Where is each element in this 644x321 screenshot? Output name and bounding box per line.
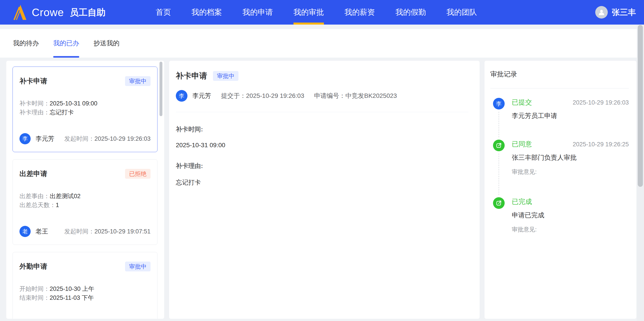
- field-value: 忘记打卡: [50, 109, 74, 116]
- list-scrollbar[interactable]: [160, 62, 162, 116]
- tab-bar: 我的待办 我的已办 抄送我的: [0, 29, 637, 58]
- person-icon: [598, 8, 605, 16]
- field-value: 1: [56, 202, 59, 208]
- approval-record-panel: 审批记录 李 已提交 2025-10-29 19:26:03 李元芳员工申请: [484, 61, 636, 319]
- card-fields: 补卡时间：2025-10-31 09:00 补卡理由：忘记打卡: [20, 99, 150, 117]
- field-value: 出差测试02: [50, 193, 80, 199]
- applicant-name: 李元芳: [192, 92, 211, 100]
- page-scrollbar[interactable]: [637, 24, 644, 321]
- approval-timeline: 李 已提交 2025-10-29 19:26:03 李元芳员工申请 已同: [490, 98, 629, 233]
- step-description: 申请已完成: [512, 211, 629, 220]
- detail-panel: 补卡申请 审批中 李 李元芳 提交于：2025-10-29 19:26:03 申…: [169, 61, 480, 319]
- timeline-connector: [498, 112, 499, 137]
- step-time: 2025-10-29 19:26:03: [573, 99, 629, 106]
- timeline-step-completed: 已完成 申请已完成 审批意见:: [490, 197, 629, 233]
- tab-my-todo[interactable]: 我的待办: [13, 29, 39, 58]
- start-time-value: 2025-10-29 19:07:51: [94, 228, 150, 235]
- timeline-step-submitted: 李 已提交 2025-10-29 19:26:03 李元芳员工申请: [490, 98, 629, 140]
- list-item-card-replacement[interactable]: 补卡申请 审批中 补卡时间：2025-10-31 09:00 补卡理由：忘记打卡…: [12, 67, 158, 152]
- active-tab-underline: [53, 56, 79, 58]
- active-nav-underline: [294, 22, 324, 24]
- submitted-time: 2025-10-29 19:26:03: [246, 92, 304, 99]
- list-item-business-trip[interactable]: 出差申请 已拒绝 出差事由：出差测试02 出差总天数：1 老 老王 发起时间：2…: [12, 159, 158, 245]
- start-time-value: 2025-10-29 19:26:03: [94, 135, 150, 142]
- main-content: 补卡申请 审批中 补卡时间：2025-10-31 09:00 补卡理由：忘记打卡…: [6, 61, 636, 319]
- card-title: 出差申请: [20, 169, 47, 178]
- card-footer: 李 李元芳 发起时间：2025-10-29 19:26:03: [20, 133, 150, 144]
- brand-product: 员工自助: [70, 6, 106, 18]
- user-name: 张三丰: [612, 7, 636, 18]
- nav-item-home[interactable]: 首页: [156, 0, 171, 24]
- field-value: 2025-10-31 09:00: [176, 142, 468, 149]
- card-fields: 出差事由：出差测试02 出差总天数：1: [20, 192, 150, 209]
- brand: Crowe 员工自助: [12, 4, 156, 20]
- field-value: 2025-10-30 上午: [50, 286, 94, 292]
- field-value: 2025-11-03 下午: [50, 295, 94, 301]
- nav-item-my-applications[interactable]: 我的申请: [242, 0, 273, 24]
- field-label: 补卡时间:: [176, 125, 468, 134]
- card-footer: 老 老王 发起时间：2025-10-29 19:07:51: [20, 226, 150, 237]
- timeline-step-approved: 已同意 2025-10-29 19:26:25 张三丰部门负责人审批 审批意见:: [490, 140, 629, 197]
- avatar: 李: [20, 133, 31, 144]
- nav-item-my-attendance[interactable]: 我的假勤: [396, 0, 426, 24]
- card-title: 外勤申请: [20, 262, 47, 271]
- serial-number: 中竞发BK2025023: [346, 92, 397, 99]
- step-description: 张三丰部门负责人审批: [512, 153, 629, 162]
- step-comment-label: 审批意见:: [512, 226, 629, 233]
- avatar: 李: [493, 98, 505, 110]
- tab-cc-to-me[interactable]: 抄送我的: [94, 29, 120, 58]
- divider: [176, 112, 468, 112]
- nav-item-my-salary[interactable]: 我的薪资: [344, 0, 375, 24]
- step-status: 已提交: [512, 98, 532, 107]
- field-value: 忘记打卡: [176, 178, 468, 187]
- tab-my-done[interactable]: 我的已办: [53, 29, 79, 58]
- start-time-label: 发起时间：: [64, 135, 94, 142]
- nav-item-my-team[interactable]: 我的团队: [446, 0, 477, 24]
- record-title: 审批记录: [490, 70, 629, 79]
- field-label: 补卡时间：: [20, 100, 50, 107]
- detail-field-time: 补卡时间: 2025-10-31 09:00: [176, 125, 468, 149]
- status-badge: 审批中: [125, 262, 150, 271]
- forward-arrow-icon: [493, 197, 505, 209]
- field-label: 补卡理由：: [20, 109, 50, 116]
- status-badge: 已拒绝: [125, 169, 150, 179]
- step-status: 已完成: [512, 197, 532, 206]
- main-nav: 首页 我的档案 我的申请 我的审批 我的薪资 我的假勤 我的团队: [156, 0, 477, 24]
- field-label: 出差事由：: [20, 193, 50, 199]
- field-label: 出差总天数：: [20, 202, 56, 208]
- step-comment-label: 审批意见:: [512, 168, 629, 176]
- user-avatar[interactable]: [595, 6, 608, 18]
- card-fields: 开始时间：2025-10-30 上午 结束时间：2025-11-03 下午: [20, 284, 150, 302]
- submitted-label: 提交于：: [221, 92, 246, 99]
- field-label: 开始时间：: [20, 286, 50, 292]
- list-item-field-work[interactable]: 外勤申请 审批中 开始时间：2025-10-30 上午 结束时间：2025-11…: [12, 252, 158, 319]
- start-time-label: 发起时间：: [64, 228, 94, 235]
- approval-list-panel: 补卡申请 审批中 补卡时间：2025-10-31 09:00 补卡理由：忘记打卡…: [6, 61, 164, 319]
- header-user[interactable]: 张三丰: [595, 6, 636, 18]
- nav-item-label: 我的审批: [294, 7, 324, 17]
- step-time: 2025-10-29 19:26:25: [573, 141, 629, 148]
- page-scrollbar-thumb[interactable]: [638, 25, 643, 187]
- card-title: 补卡申请: [20, 76, 47, 86]
- avatar: 李: [176, 90, 188, 102]
- detail-field-reason: 补卡理由: 忘记打卡: [176, 162, 468, 187]
- applicant-name: 李元芳: [36, 135, 54, 143]
- tab-label: 我的已办: [53, 39, 79, 48]
- forward-arrow-icon: [493, 140, 505, 151]
- serial-label: 申请编号：: [314, 92, 346, 99]
- field-value: 2025-10-31 09:00: [50, 100, 97, 107]
- detail-submitter-row: 李 李元芳 提交于：2025-10-29 19:26:03 申请编号：中竞发BK…: [176, 90, 468, 102]
- nav-item-my-files[interactable]: 我的档案: [192, 0, 222, 24]
- brand-name: Crowe: [32, 6, 64, 18]
- divider: [490, 88, 629, 88]
- field-label: 结束时间：: [20, 295, 50, 301]
- timeline-connector: [498, 154, 499, 195]
- field-label: 补卡理由:: [176, 162, 468, 170]
- applicant-name: 老王: [36, 227, 48, 236]
- step-description: 李元芳员工申请: [512, 112, 629, 120]
- crowe-logo-icon: [12, 4, 27, 20]
- detail-status-badge: 审批中: [213, 71, 238, 81]
- nav-item-my-approvals[interactable]: 我的审批: [294, 0, 324, 24]
- status-badge: 审批中: [125, 76, 150, 86]
- avatar: 老: [20, 226, 31, 237]
